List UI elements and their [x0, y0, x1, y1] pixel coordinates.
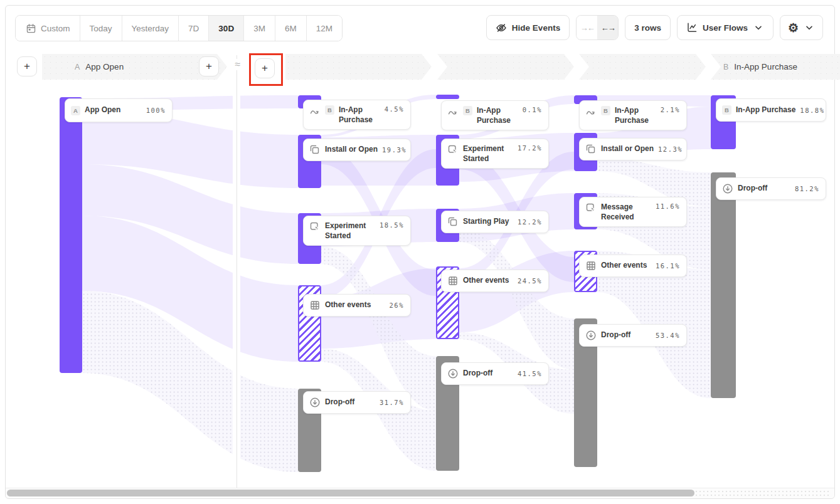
node-label: Drop-off: [601, 330, 651, 340]
node-percent: 11.6%: [656, 202, 680, 210]
date-range-custom[interactable]: Custom: [16, 16, 80, 41]
flow-node-in-app-purchase-col3[interactable]: BIn-App Purchase0.1%: [441, 100, 549, 130]
node-percent: 19.3%: [382, 146, 407, 154]
node-percent: 26%: [390, 302, 404, 309]
flow-arrow-icon: [585, 106, 597, 117]
date-range-30d[interactable]: 30D: [208, 16, 243, 41]
flow-node-drop-off-col4[interactable]: Drop-off53.4%: [579, 324, 687, 347]
dropoff-icon: [585, 330, 597, 341]
node-percent: 2.1%: [661, 106, 680, 113]
click-icon: [447, 144, 459, 155]
step-name: App Open: [85, 62, 124, 71]
calendar-icon: [25, 23, 36, 34]
step-band-3[interactable]: [437, 54, 574, 80]
flow-node-install-or-open-col4[interactable]: Install or Open12.3%: [579, 138, 687, 160]
node-percent: 41.5%: [518, 370, 542, 377]
node-percent: 12.2%: [518, 218, 542, 226]
node-label: Message Received: [601, 202, 651, 223]
grid-icon: [309, 300, 321, 311]
node-label: In-App Purchase: [736, 105, 795, 115]
dropoff-icon: [722, 183, 733, 194]
node-percent: 18.5%: [380, 221, 404, 229]
flow-node-experiment-started-col3[interactable]: Experiment Started17.2%: [441, 139, 549, 169]
dropoff-icon: [309, 397, 321, 408]
flow-node-in-app-purchase-col2[interactable]: BIn-App Purchase4.5%: [303, 100, 411, 130]
date-range-3m[interactable]: 3M: [243, 16, 275, 41]
flow-node-experiment-started-col2[interactable]: Experiment Started18.5%: [303, 216, 411, 246]
collapse-columns-button[interactable]: →←: [577, 16, 597, 39]
event-badge: A: [71, 106, 80, 115]
flow-node-install-or-open-col2[interactable]: Install or Open19.3%: [303, 139, 411, 161]
step-letter: A: [75, 63, 80, 71]
date-range-yesterday[interactable]: Yesterday: [122, 16, 179, 41]
date-range-today[interactable]: Today: [80, 16, 122, 41]
flow-node-other-events-col2[interactable]: Other events26%: [303, 294, 411, 317]
gear-icon: ⚙: [788, 22, 799, 34]
copy-icon: [309, 144, 321, 155]
click-icon: [585, 202, 597, 214]
flow-node-drop-off-col3[interactable]: Drop-off41.5%: [441, 362, 549, 385]
copy-icon: [447, 216, 459, 228]
flow-node-other-events-col3[interactable]: Other events24.5%: [441, 270, 549, 292]
node-percent: 0.1%: [523, 106, 542, 113]
hide-events-button[interactable]: Hide Events: [486, 15, 570, 40]
chevron-down-icon: [753, 22, 764, 33]
flow-node-drop-off-col5[interactable]: Drop-off81.2%: [716, 177, 826, 200]
approx-symbol: ≈: [230, 59, 245, 70]
chevron-down-icon: [804, 22, 815, 33]
settings-button[interactable]: ⚙: [780, 15, 823, 40]
node-percent: 4.5%: [385, 105, 404, 113]
node-label: Other events: [463, 276, 513, 286]
flow-node-other-events-col4[interactable]: Other events16.1%: [579, 255, 687, 277]
expand-columns-button[interactable]: ←→: [597, 16, 618, 39]
horizontal-scrollbar: [6, 488, 834, 498]
flow-node-drop-off-col2[interactable]: Drop-off31.7%: [303, 391, 411, 414]
node-percent: 18.8%: [800, 107, 824, 114]
date-range-6m[interactable]: 6M: [275, 16, 306, 41]
flow-node-message-received-col4[interactable]: Message Received11.6%: [579, 197, 687, 227]
step-band-in-app-purchase[interactable]: BIn-App Purchase: [711, 54, 840, 80]
step-letter: B: [723, 63, 728, 71]
user-flows-screen: AApp Open100%BIn-App Purchase4.5%Install…: [0, 0, 840, 504]
node-label: Drop-off: [463, 369, 513, 379]
grid-icon: [585, 260, 597, 271]
add-step-button-2[interactable]: +: [199, 56, 219, 76]
date-range-12m[interactable]: 12M: [306, 16, 342, 41]
node-percent: 31.7%: [380, 399, 404, 406]
node-percent: 16.1%: [656, 262, 680, 270]
flow-node-in-app-purchase-col4[interactable]: BIn-App Purchase2.1%: [579, 100, 687, 130]
node-label: Experiment Started: [463, 144, 513, 164]
date-range-label: Custom: [41, 24, 70, 33]
node-label: In-App Purchase: [615, 106, 656, 126]
add-step-button-1[interactable]: +: [17, 56, 37, 76]
scrollbar-track-texture: [694, 490, 831, 496]
flow-node-in-app-purchase-col5[interactable]: BIn-App Purchase18.8%: [716, 98, 826, 122]
step-band-4[interactable]: [579, 54, 706, 80]
view-selector-button[interactable]: User Flows: [677, 15, 774, 40]
flow-bar-app-open-col1[interactable]: [60, 97, 82, 373]
node-label: Other events: [601, 261, 651, 271]
flow-bar-drop-off-col5[interactable]: [711, 172, 736, 398]
node-percent: 100%: [146, 107, 166, 114]
node-label: Starting Play: [463, 217, 513, 227]
node-percent: 17.2%: [518, 144, 542, 152]
flow-node-app-open-col1[interactable]: AApp Open100%: [65, 98, 173, 122]
flow-arrow-icon: [447, 106, 459, 117]
node-label: In-App Purchase: [339, 105, 380, 125]
flows-chart-icon: [686, 22, 698, 33]
flow-bar-in-app-purchase-col3[interactable]: [436, 95, 459, 99]
step-divider-line: [233, 55, 240, 489]
toolbar-right: Hide Events →← ←→ 3 rows User Flows ⚙: [486, 15, 823, 40]
date-range-7d[interactable]: 7D: [178, 16, 208, 41]
grid-icon: [447, 275, 459, 286]
step-band-2[interactable]: [285, 54, 432, 80]
rows-button[interactable]: 3 rows: [625, 15, 671, 40]
node-percent: 12.3%: [658, 145, 683, 153]
event-badge: B: [325, 105, 334, 115]
node-label: App Open: [85, 105, 142, 115]
node-label: In-App Purchase: [477, 106, 518, 126]
node-percent: 53.4%: [656, 332, 680, 339]
eye-off-icon: [496, 22, 507, 33]
flow-node-starting-play-col3[interactable]: Starting Play12.2%: [441, 211, 549, 233]
scrollbar-thumb[interactable]: [7, 490, 694, 496]
